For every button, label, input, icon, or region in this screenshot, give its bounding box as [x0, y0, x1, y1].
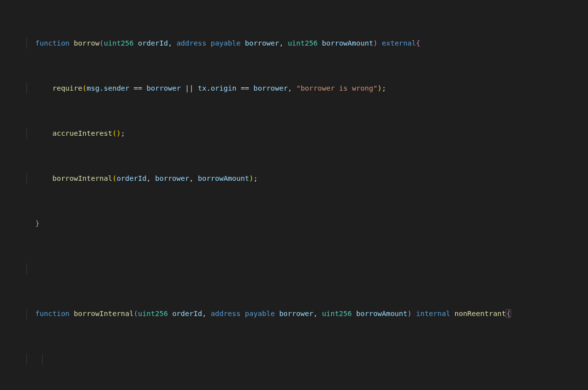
code-line	[22, 263, 588, 274]
code-line: borrowInternal(orderId, borrower, borrow…	[22, 173, 588, 184]
code-line	[22, 353, 588, 365]
code-line: function borrow(uint256 orderId, address…	[22, 38, 588, 49]
code-line: require(msg.sender == borrower || tx.ori…	[22, 83, 588, 94]
keyword-function: function	[35, 39, 70, 47]
code-editor[interactable]: function borrow(uint256 orderId, address…	[0, 0, 588, 390]
function-name: borrowInternal	[74, 310, 134, 317]
function-name: borrow	[74, 39, 99, 47]
code-line: accrueInterest();	[22, 128, 588, 139]
code-line: }	[22, 218, 588, 229]
code-line: function borrowInternal(uint256 orderId,…	[22, 308, 588, 319]
